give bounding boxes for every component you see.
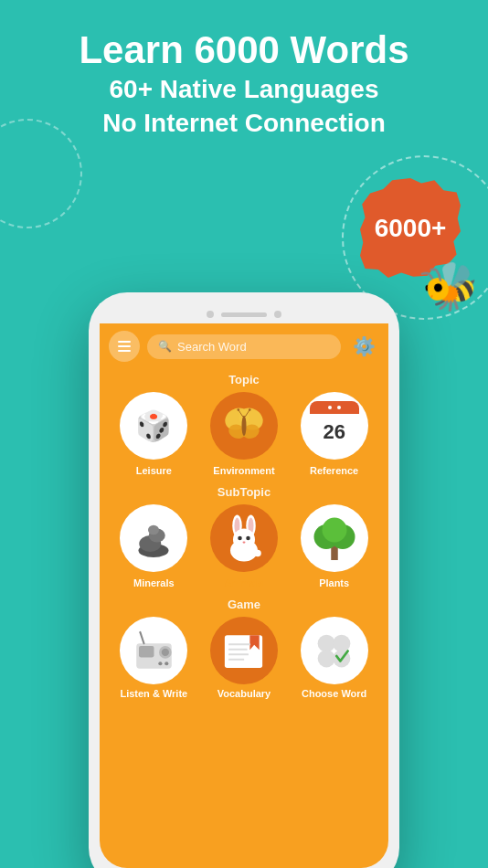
svg-point-6 xyxy=(237,408,239,411)
game-item-vocabulary[interactable]: Vocabulary xyxy=(210,617,278,699)
book-icon xyxy=(218,626,269,676)
vocabulary-circle xyxy=(210,617,278,684)
minerals-label: Minerals xyxy=(133,577,175,588)
calendar-number: 26 xyxy=(310,414,359,450)
butterfly-icon xyxy=(221,403,267,449)
menu-line-3 xyxy=(118,350,131,352)
calendar-top xyxy=(310,401,359,414)
subtitle-internet: No Internet Connection xyxy=(0,107,488,140)
tree-icon xyxy=(307,511,362,566)
animals-circle xyxy=(210,504,278,572)
svg-point-18 xyxy=(233,529,255,551)
svg-point-26 xyxy=(322,518,346,543)
svg-point-19 xyxy=(238,536,242,541)
svg-point-42 xyxy=(318,650,335,667)
svg-rect-38 xyxy=(228,653,249,655)
svg-point-20 xyxy=(246,536,250,541)
listen-label: Listen & Write xyxy=(120,688,187,699)
reference-label: Reference xyxy=(310,465,358,476)
main-title: Learn 6000 Words xyxy=(0,27,488,73)
hamburger-icon xyxy=(118,341,131,352)
phone-top-bar xyxy=(100,303,388,323)
phone-camera-2 xyxy=(274,311,281,318)
topic-section-label: Topic xyxy=(100,369,388,392)
phone-mockup: 🔍 Search Word ⚙️ Topic 🎲 Leisure xyxy=(89,292,399,868)
search-placeholder-text: Search Word xyxy=(177,340,247,354)
subtopic-grid: Minerals xyxy=(100,504,388,594)
settings-button[interactable]: ⚙️ xyxy=(348,331,379,362)
subtopic-item-animals[interactable]: Animals xyxy=(210,504,278,588)
topic-grid: 🎲 Leisure xyxy=(100,392,388,482)
search-bar: 🔍 Search Word ⚙️ xyxy=(100,323,388,369)
minerals-circle xyxy=(120,504,187,572)
game-item-choose[interactable]: Choose Word xyxy=(301,617,368,699)
phone-outer-shell: 🔍 Search Word ⚙️ Topic 🎲 Leisure xyxy=(89,292,399,868)
settings-icon: ⚙️ xyxy=(353,335,376,357)
badge-text: 6000+ xyxy=(375,214,447,243)
topic-item-reference[interactable]: 26 Reference xyxy=(301,392,368,476)
svg-rect-36 xyxy=(228,643,250,645)
game-section-label: Game xyxy=(100,594,388,617)
reference-circle: 26 xyxy=(301,392,368,460)
game-item-listen[interactable]: Listen & Write xyxy=(120,617,187,699)
topic-item-leisure[interactable]: 🎲 Leisure xyxy=(120,392,187,476)
dice-icon: 🎲 xyxy=(135,408,172,443)
stones-icon xyxy=(126,511,181,566)
svg-point-40 xyxy=(318,634,335,651)
topic-item-environment[interactable]: Environment xyxy=(210,392,278,476)
svg-point-21 xyxy=(242,541,245,543)
game-grid: Listen & Write xyxy=(100,617,388,704)
leisure-label: Leisure xyxy=(136,465,172,476)
menu-button[interactable] xyxy=(109,331,140,362)
leisure-circle: 🎲 xyxy=(120,392,187,460)
subtopic-item-plants[interactable]: Plants xyxy=(301,504,368,588)
listen-circle xyxy=(120,617,187,684)
choose-circle xyxy=(301,617,368,684)
plants-circle xyxy=(301,504,368,572)
svg-point-12 xyxy=(148,525,159,535)
svg-point-41 xyxy=(333,634,350,651)
cal-dot-2 xyxy=(337,406,341,409)
subtopic-item-minerals[interactable]: Minerals xyxy=(120,504,187,588)
cal-dot-1 xyxy=(328,406,332,409)
svg-point-32 xyxy=(158,662,162,665)
svg-rect-37 xyxy=(228,648,248,650)
subtitle-languages: 60+ Native Languages xyxy=(0,73,488,106)
rabbit-icon xyxy=(217,511,271,566)
phone-screen: 🔍 Search Word ⚙️ Topic 🎲 Leisure xyxy=(100,323,388,868)
svg-point-8 xyxy=(249,408,251,411)
search-input[interactable]: 🔍 Search Word xyxy=(147,334,341,359)
subtopic-section-label: SubTopic xyxy=(100,482,388,504)
plants-label: Plants xyxy=(319,577,349,588)
animals-label: Animals xyxy=(225,577,264,588)
choose-word-icon xyxy=(309,626,359,676)
svg-rect-39 xyxy=(228,658,244,660)
menu-line-2 xyxy=(118,345,131,347)
calendar-icon: 26 xyxy=(310,401,359,450)
svg-line-31 xyxy=(140,631,143,642)
search-icon: 🔍 xyxy=(158,340,172,353)
svg-point-4 xyxy=(241,416,246,437)
svg-point-30 xyxy=(162,648,169,655)
radio-icon xyxy=(129,626,179,676)
header-section: Learn 6000 Words 60+ Native Languages No… xyxy=(0,0,488,140)
environment-circle xyxy=(210,392,278,460)
svg-point-33 xyxy=(164,662,168,665)
choose-label: Choose Word xyxy=(302,688,366,699)
phone-camera xyxy=(207,311,214,318)
environment-label: Environment xyxy=(213,465,274,476)
vocabulary-label: Vocabulary xyxy=(217,688,271,699)
menu-line-1 xyxy=(118,341,131,343)
phone-speaker xyxy=(221,312,267,317)
svg-point-22 xyxy=(254,550,261,557)
calendar-dots xyxy=(328,406,341,409)
svg-rect-28 xyxy=(139,646,154,657)
